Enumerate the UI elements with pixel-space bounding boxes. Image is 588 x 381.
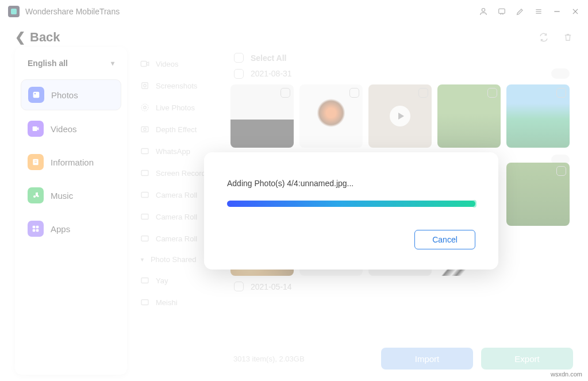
date-group-label: 2021-05-14 <box>251 282 292 291</box>
play-icon <box>390 106 410 126</box>
sidebar-item-information[interactable]: Information <box>21 147 121 177</box>
category-videos[interactable]: Videos <box>137 53 230 75</box>
svg-point-25 <box>144 128 147 131</box>
date-group-label: 2021-08-31 <box>251 69 292 78</box>
photo-thumbnail[interactable] <box>299 84 363 148</box>
navigation-bar: ❮ Back <box>0 23 588 47</box>
svg-rect-27 <box>141 171 148 176</box>
music-icon <box>28 187 44 203</box>
category-label: Camera Roll <box>156 191 197 199</box>
progress-message: Adding Photo(s) 4/4:unnamed.jpg... <box>227 179 475 188</box>
category-screenshots[interactable]: Screenshots <box>137 75 230 97</box>
cancel-button[interactable]: Cancel <box>414 230 475 249</box>
sidebar-item-videos[interactable]: Videos <box>21 114 121 144</box>
menu-icon[interactable] <box>534 7 543 16</box>
svg-point-22 <box>144 106 147 109</box>
import-label: Import <box>415 354 440 364</box>
videos-icon <box>28 121 44 137</box>
import-button[interactable]: Import <box>381 348 473 370</box>
thumbnail-row <box>230 84 570 148</box>
svg-rect-11 <box>33 159 38 166</box>
svg-point-9 <box>34 93 36 95</box>
photo-thumbnail[interactable] <box>506 84 570 148</box>
progress-bar <box>227 201 475 207</box>
svg-rect-17 <box>33 229 36 232</box>
thumb-checkbox[interactable] <box>556 166 566 176</box>
titlebar: Wondershare MobileTrans <box>0 0 588 23</box>
caret-down-icon: ▼ <box>140 257 145 263</box>
svg-point-0 <box>482 9 485 11</box>
category-label: Screenshots <box>156 82 197 90</box>
date-group-checkbox[interactable] <box>234 69 244 79</box>
information-icon <box>28 154 44 170</box>
close-button[interactable] <box>571 7 580 16</box>
svg-rect-26 <box>141 149 148 154</box>
language-dropdown[interactable]: English all ▾ <box>21 53 121 74</box>
category-label: Camera Roll <box>156 234 197 243</box>
apps-icon <box>28 221 44 237</box>
category-label: Camera Roll <box>156 213 197 221</box>
thumb-checkbox[interactable] <box>349 88 359 98</box>
select-all-label: Select All <box>251 53 287 63</box>
export-label: Export <box>514 354 539 364</box>
svg-rect-15 <box>33 226 36 229</box>
category-label: Photo Shared <box>151 255 197 264</box>
svg-rect-31 <box>141 278 148 283</box>
back-button[interactable]: ❮ Back <box>15 30 60 45</box>
cancel-label: Cancel <box>432 235 458 244</box>
svg-rect-30 <box>141 236 148 241</box>
app-title: Wondershare MobileTrans <box>25 7 120 16</box>
export-button[interactable]: Export <box>481 348 573 370</box>
date-group-checkbox[interactable] <box>234 282 244 291</box>
svg-point-14 <box>37 195 39 197</box>
category-label: WhatsApp <box>156 147 190 156</box>
svg-rect-28 <box>141 193 148 198</box>
category-label: Videos <box>156 60 179 68</box>
sidebar-item-photos[interactable]: Photos <box>21 79 121 110</box>
photo-thumbnail[interactable] <box>437 84 501 148</box>
category-live-photos[interactable]: Live Photos <box>137 97 230 118</box>
category-label: Depth Effect <box>156 125 197 134</box>
photo-thumbnail[interactable] <box>230 84 294 148</box>
date-group-row: 2021-05-14 <box>230 282 570 291</box>
svg-rect-24 <box>141 127 148 132</box>
sidebar-item-music[interactable]: Music <box>21 180 121 210</box>
bottom-bar: 3013 item(s), 2.03GB Import Export <box>233 348 573 370</box>
video-thumbnail[interactable] <box>368 84 432 148</box>
thumb-checkbox[interactable] <box>418 88 428 98</box>
photo-thumbnail[interactable] <box>506 163 570 226</box>
sidebar-item-label: Information <box>51 157 94 167</box>
edit-icon[interactable] <box>516 7 525 16</box>
thumb-checkbox[interactable] <box>487 88 497 98</box>
category-meishi[interactable]: Meishi <box>137 291 230 313</box>
refresh-icon[interactable] <box>539 32 549 43</box>
thumb-checkbox[interactable] <box>556 88 566 98</box>
items-summary: 3013 item(s), 2.03GB <box>233 355 373 363</box>
feedback-icon[interactable] <box>497 7 506 16</box>
sidebar-item-label: Apps <box>51 224 70 234</box>
svg-rect-8 <box>33 92 40 98</box>
app-logo-icon <box>8 6 20 17</box>
svg-point-21 <box>144 84 147 87</box>
category-depth-effect[interactable]: Depth Effect <box>137 118 230 140</box>
select-all-checkbox[interactable] <box>234 53 244 63</box>
group-count-pill <box>551 68 570 79</box>
sidebar-item-label: Videos <box>51 124 77 134</box>
svg-rect-32 <box>141 300 148 305</box>
thumb-checkbox[interactable] <box>280 88 290 98</box>
category-label: Yay <box>156 276 168 285</box>
svg-rect-19 <box>141 61 147 67</box>
sidebar-item-apps[interactable]: Apps <box>21 214 121 244</box>
svg-rect-10 <box>33 126 37 131</box>
category-yay[interactable]: Yay <box>137 270 230 291</box>
svg-rect-20 <box>142 83 148 89</box>
user-icon[interactable] <box>479 7 488 16</box>
svg-rect-1 <box>499 9 505 13</box>
chevron-left-icon: ❮ <box>15 30 25 45</box>
date-group-row: 2021-08-31 <box>230 68 570 79</box>
category-label: Live Photos <box>156 103 195 112</box>
minimize-button[interactable] <box>552 7 562 16</box>
watermark: wsxdn.com <box>551 371 582 378</box>
svg-rect-18 <box>36 229 39 232</box>
delete-icon[interactable] <box>563 32 573 43</box>
